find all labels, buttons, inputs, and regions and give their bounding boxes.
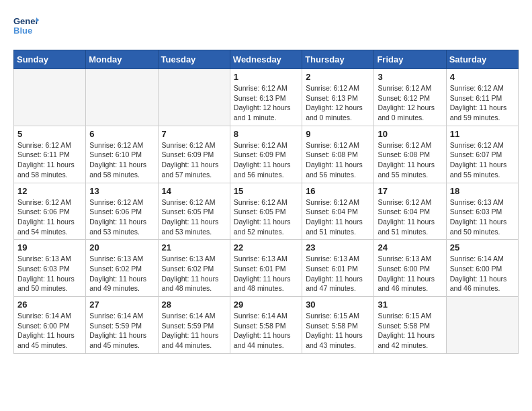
day-info: Sunrise: 6:12 AM Sunset: 6:11 PM Dayligh… xyxy=(17,140,82,180)
calendar-cell: 14Sunrise: 6:12 AM Sunset: 6:05 PM Dayli… xyxy=(158,183,230,240)
calendar-cell xyxy=(14,69,86,126)
logo-svg: General Blue xyxy=(13,13,39,39)
day-info: Sunrise: 6:12 AM Sunset: 6:11 PM Dayligh… xyxy=(450,83,515,123)
day-number: 29 xyxy=(234,300,298,310)
calendar-cell: 26Sunrise: 6:14 AM Sunset: 6:00 PM Dayli… xyxy=(14,297,86,354)
weekday-header-monday: Monday xyxy=(86,50,158,69)
day-info: Sunrise: 6:12 AM Sunset: 6:12 PM Dayligh… xyxy=(378,83,442,123)
day-info: Sunrise: 6:14 AM Sunset: 6:00 PM Dayligh… xyxy=(450,254,515,293)
day-info: Sunrise: 6:12 AM Sunset: 6:05 PM Dayligh… xyxy=(234,197,298,237)
svg-text:Blue: Blue xyxy=(13,26,32,36)
day-number: 2 xyxy=(306,72,370,82)
day-number: 16 xyxy=(306,186,370,196)
day-number: 8 xyxy=(234,129,298,139)
header: General Blue xyxy=(13,13,519,39)
day-number: 22 xyxy=(234,242,298,253)
svg-text:General: General xyxy=(13,16,39,26)
calendar-cell: 2Sunrise: 6:12 AM Sunset: 6:13 PM Daylig… xyxy=(302,69,374,126)
day-info: Sunrise: 6:13 AM Sunset: 6:02 PM Dayligh… xyxy=(162,254,226,293)
day-info: Sunrise: 6:13 AM Sunset: 6:01 PM Dayligh… xyxy=(306,254,370,293)
day-number: 6 xyxy=(89,129,154,139)
day-number: 20 xyxy=(89,242,154,253)
calendar-cell: 12Sunrise: 6:12 AM Sunset: 6:06 PM Dayli… xyxy=(14,183,86,240)
day-info: Sunrise: 6:14 AM Sunset: 6:00 PM Dayligh… xyxy=(17,311,82,351)
calendar-cell: 15Sunrise: 6:12 AM Sunset: 6:05 PM Dayli… xyxy=(230,183,302,240)
day-number: 11 xyxy=(450,129,515,139)
weekday-header-saturday: Saturday xyxy=(446,50,518,69)
day-info: Sunrise: 6:13 AM Sunset: 6:03 PM Dayligh… xyxy=(450,197,515,237)
calendar-cell: 19Sunrise: 6:13 AM Sunset: 6:03 PM Dayli… xyxy=(14,240,86,297)
calendar-cell: 29Sunrise: 6:14 AM Sunset: 5:58 PM Dayli… xyxy=(230,297,302,354)
calendar-cell: 23Sunrise: 6:13 AM Sunset: 6:01 PM Dayli… xyxy=(302,240,374,297)
weekday-header-wednesday: Wednesday xyxy=(230,50,302,69)
weekday-header-sunday: Sunday xyxy=(14,50,86,69)
day-number: 5 xyxy=(17,129,82,139)
day-info: Sunrise: 6:12 AM Sunset: 6:09 PM Dayligh… xyxy=(162,140,226,180)
day-number: 26 xyxy=(17,300,82,310)
day-number: 23 xyxy=(306,242,370,253)
day-number: 4 xyxy=(450,72,515,82)
calendar-cell: 11Sunrise: 6:12 AM Sunset: 6:07 PM Dayli… xyxy=(446,126,518,183)
day-info: Sunrise: 6:12 AM Sunset: 6:06 PM Dayligh… xyxy=(89,197,154,237)
week-row-4: 19Sunrise: 6:13 AM Sunset: 6:03 PM Dayli… xyxy=(14,240,519,297)
calendar-cell: 13Sunrise: 6:12 AM Sunset: 6:06 PM Dayli… xyxy=(86,183,158,240)
calendar-cell: 24Sunrise: 6:13 AM Sunset: 6:00 PM Dayli… xyxy=(374,240,446,297)
day-number: 28 xyxy=(162,300,226,310)
calendar-cell: 6Sunrise: 6:12 AM Sunset: 6:10 PM Daylig… xyxy=(86,126,158,183)
day-info: Sunrise: 6:12 AM Sunset: 6:04 PM Dayligh… xyxy=(306,197,370,237)
day-number: 1 xyxy=(234,72,298,82)
logo: General Blue xyxy=(13,13,39,39)
calendar-cell xyxy=(446,297,518,354)
calendar-cell: 18Sunrise: 6:13 AM Sunset: 6:03 PM Dayli… xyxy=(446,183,518,240)
day-number: 31 xyxy=(378,300,442,310)
calendar-cell: 9Sunrise: 6:12 AM Sunset: 6:08 PM Daylig… xyxy=(302,126,374,183)
day-number: 14 xyxy=(162,186,226,196)
calendar-cell: 21Sunrise: 6:13 AM Sunset: 6:02 PM Dayli… xyxy=(158,240,230,297)
day-info: Sunrise: 6:14 AM Sunset: 5:59 PM Dayligh… xyxy=(162,311,226,351)
day-info: Sunrise: 6:12 AM Sunset: 6:07 PM Dayligh… xyxy=(450,140,515,180)
calendar-cell: 7Sunrise: 6:12 AM Sunset: 6:09 PM Daylig… xyxy=(158,126,230,183)
calendar-cell: 8Sunrise: 6:12 AM Sunset: 6:09 PM Daylig… xyxy=(230,126,302,183)
calendar-cell: 22Sunrise: 6:13 AM Sunset: 6:01 PM Dayli… xyxy=(230,240,302,297)
calendar-cell: 10Sunrise: 6:12 AM Sunset: 6:08 PM Dayli… xyxy=(374,126,446,183)
week-row-3: 12Sunrise: 6:12 AM Sunset: 6:06 PM Dayli… xyxy=(14,183,519,240)
day-number: 10 xyxy=(378,129,442,139)
day-info: Sunrise: 6:12 AM Sunset: 6:13 PM Dayligh… xyxy=(234,83,298,123)
day-info: Sunrise: 6:15 AM Sunset: 5:58 PM Dayligh… xyxy=(306,311,370,351)
weekday-header-thursday: Thursday xyxy=(302,50,374,69)
day-info: Sunrise: 6:13 AM Sunset: 6:03 PM Dayligh… xyxy=(17,254,82,293)
calendar-cell: 1Sunrise: 6:12 AM Sunset: 6:13 PM Daylig… xyxy=(230,69,302,126)
day-number: 30 xyxy=(306,300,370,310)
calendar-cell: 27Sunrise: 6:14 AM Sunset: 5:59 PM Dayli… xyxy=(86,297,158,354)
day-info: Sunrise: 6:15 AM Sunset: 5:58 PM Dayligh… xyxy=(378,311,442,351)
day-info: Sunrise: 6:13 AM Sunset: 6:02 PM Dayligh… xyxy=(89,254,154,293)
calendar-table: SundayMondayTuesdayWednesdayThursdayFrid… xyxy=(13,50,519,354)
day-number: 13 xyxy=(89,186,154,196)
calendar-cell: 17Sunrise: 6:12 AM Sunset: 6:04 PM Dayli… xyxy=(374,183,446,240)
day-number: 19 xyxy=(17,242,82,253)
day-info: Sunrise: 6:12 AM Sunset: 6:08 PM Dayligh… xyxy=(378,140,442,180)
calendar-cell: 3Sunrise: 6:12 AM Sunset: 6:12 PM Daylig… xyxy=(374,69,446,126)
day-number: 27 xyxy=(89,300,154,310)
day-number: 15 xyxy=(234,186,298,196)
calendar-cell: 20Sunrise: 6:13 AM Sunset: 6:02 PM Dayli… xyxy=(86,240,158,297)
week-row-1: 1Sunrise: 6:12 AM Sunset: 6:13 PM Daylig… xyxy=(14,69,519,126)
calendar-cell: 31Sunrise: 6:15 AM Sunset: 5:58 PM Dayli… xyxy=(374,297,446,354)
day-info: Sunrise: 6:14 AM Sunset: 5:59 PM Dayligh… xyxy=(89,311,154,351)
weekday-header-friday: Friday xyxy=(374,50,446,69)
calendar-cell: 30Sunrise: 6:15 AM Sunset: 5:58 PM Dayli… xyxy=(302,297,374,354)
weekday-header-tuesday: Tuesday xyxy=(158,50,230,69)
day-info: Sunrise: 6:12 AM Sunset: 6:09 PM Dayligh… xyxy=(234,140,298,180)
day-info: Sunrise: 6:13 AM Sunset: 6:01 PM Dayligh… xyxy=(234,254,298,293)
day-info: Sunrise: 6:12 AM Sunset: 6:13 PM Dayligh… xyxy=(306,83,370,123)
calendar-cell: 25Sunrise: 6:14 AM Sunset: 6:00 PM Dayli… xyxy=(446,240,518,297)
day-info: Sunrise: 6:13 AM Sunset: 6:00 PM Dayligh… xyxy=(378,254,442,293)
week-row-5: 26Sunrise: 6:14 AM Sunset: 6:00 PM Dayli… xyxy=(14,297,519,354)
calendar-cell: 28Sunrise: 6:14 AM Sunset: 5:59 PM Dayli… xyxy=(158,297,230,354)
day-number: 18 xyxy=(450,186,515,196)
calendar-cell xyxy=(86,69,158,126)
day-info: Sunrise: 6:12 AM Sunset: 6:10 PM Dayligh… xyxy=(89,140,154,180)
calendar-cell: 5Sunrise: 6:12 AM Sunset: 6:11 PM Daylig… xyxy=(14,126,86,183)
day-number: 12 xyxy=(17,186,82,196)
calendar-cell xyxy=(158,69,230,126)
